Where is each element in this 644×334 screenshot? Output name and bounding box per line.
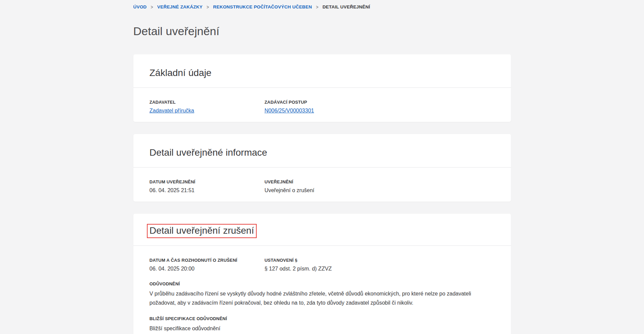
field-label: DATUM UVEŘEJNĚNÍ: [150, 179, 265, 184]
breadcrumb-current: DETAIL UVEŘEJNĚNÍ: [323, 4, 370, 9]
breadcrumb-link-verejne-zakazky[interactable]: VEŘEJNÉ ZAKÁZKY: [157, 4, 203, 9]
field-zadavaci-postup: ZADÁVACÍ POSTUP N006/25/V00003301: [264, 100, 380, 114]
field-uverejneni: UVEŘEJNĚNÍ Uveřejnění o zrušení: [264, 179, 380, 194]
field-ustanoveni: USTANOVENÍ § § 127 odst. 2 písm. d) ZZVZ: [264, 258, 380, 273]
breadcrumb-link-uvod[interactable]: ÚVOD: [133, 4, 147, 9]
breadcrumb-separator-icon: >: [207, 4, 209, 9]
field-value: 06. 04. 2025 20:00: [150, 265, 265, 273]
content-container: ÚVOD > VEŘEJNÉ ZAKÁZKY > REKONSTRUKCE PO…: [133, 0, 511, 334]
card-header: Detail uveřejněné informace: [133, 134, 511, 168]
field-empty: [380, 179, 495, 194]
field-label: ZADAVATEL: [150, 100, 265, 105]
breadcrumb-separator-icon: >: [316, 4, 318, 9]
field-empty: [380, 258, 495, 273]
field-label: DATUM A ČAS ROZHODNUTÍ O ZRUŠENÍ: [150, 258, 265, 263]
field-label: BLIŽŠÍ SPECIFIKACE ODŮVODNĚNÍ: [150, 316, 495, 321]
section-text: V průběhu zadávacího řízení se vyskytly …: [150, 289, 495, 307]
field-datum-a-cas-rozhodnuti-o-zruseni: DATUM A ČAS ROZHODNUTÍ O ZRUŠENÍ 06. 04.…: [150, 258, 265, 273]
section-blizsi-specifikace-oduvodneni: BLIŽŠÍ SPECIFIKACE ODŮVODNĚNÍ Bližší spe…: [150, 316, 495, 333]
card-header: Detail uveřejnění zrušení: [133, 214, 511, 246]
field-label: UVEŘEJNĚNÍ: [264, 179, 380, 184]
field-value: 06. 04. 2025 21:51: [150, 187, 265, 194]
card-title-detail-uverejneni-zruseni: Detail uveřejnění zrušení: [150, 224, 495, 238]
card-detail-uverejnene-informace: Detail uveřejněné informace DATUM UVEŘEJ…: [133, 134, 511, 202]
card-header: Základní údaje: [133, 54, 511, 88]
field-label: USTANOVENÍ §: [264, 258, 380, 263]
card-title-detail-uverejnene-informace: Detail uveřejněné informace: [150, 147, 495, 158]
field-value: Uveřejnění o zrušení: [264, 187, 380, 194]
card-body: ZADAVATEL Zadavatel příručka ZADÁVACÍ PO…: [133, 88, 511, 122]
card-title-zakladni-udaje: Základní údaje: [150, 67, 495, 79]
field-label: ODŮVODNĚNÍ: [150, 281, 495, 286]
annotation-highlight-box: Detail uveřejnění zrušení: [147, 224, 257, 238]
field-zadavatel: ZADAVATEL Zadavatel příručka: [150, 100, 265, 114]
field-datum-uverejneni: DATUM UVEŘEJNĚNÍ 06. 04. 2025 21:51: [150, 179, 265, 194]
zadavatel-link[interactable]: Zadavatel příručka: [150, 107, 195, 114]
card-body: DATUM A ČAS ROZHODNUTÍ O ZRUŠENÍ 06. 04.…: [133, 246, 511, 334]
field-label: ZADÁVACÍ POSTUP: [264, 100, 380, 105]
section-text: Bližší specifikace odůvodnění: [150, 324, 495, 333]
card-zakladni-udaje: Základní údaje ZADAVATEL Zadavatel příru…: [133, 54, 511, 122]
breadcrumb-separator-icon: >: [151, 4, 153, 9]
page-title: Detail uveřejnění: [133, 24, 511, 38]
field-empty: [380, 100, 495, 114]
section-oduvodneni: ODŮVODNĚNÍ V průběhu zadávacího řízení s…: [150, 281, 495, 307]
field-value: § 127 odst. 2 písm. d) ZZVZ: [264, 265, 380, 273]
card-detail-uverejneni-zruseni: Detail uveřejnění zrušení DATUM A ČAS RO…: [133, 214, 511, 334]
zadavaci-postup-link[interactable]: N006/25/V00003301: [264, 107, 314, 114]
breadcrumb-link-rekonstrukce-pocitacovych-uceben[interactable]: REKONSTRUKCE POČÍTAČOVÝCH UČEBEN: [213, 4, 312, 9]
breadcrumb: ÚVOD > VEŘEJNÉ ZAKÁZKY > REKONSTRUKCE PO…: [133, 0, 511, 9]
card-body: DATUM UVEŘEJNĚNÍ 06. 04. 2025 21:51 UVEŘ…: [133, 168, 511, 202]
